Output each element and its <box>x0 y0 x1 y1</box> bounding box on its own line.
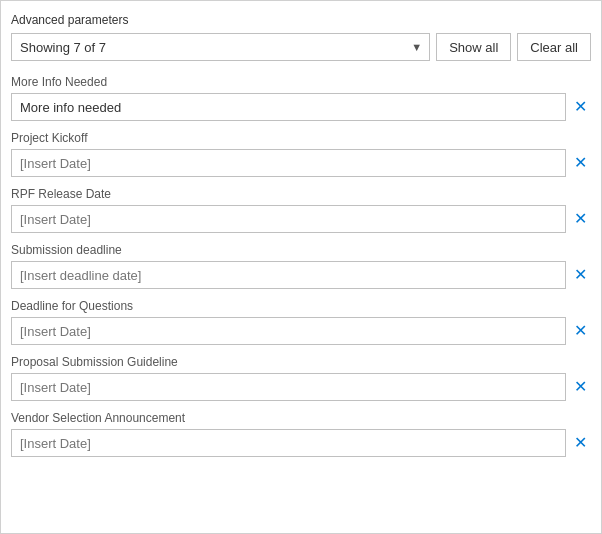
field-input-submission-deadline[interactable] <box>11 261 566 289</box>
field-group-proposal-submission-guideline: Proposal Submission Guideline✕ <box>11 355 591 401</box>
clear-all-button[interactable]: Clear all <box>517 33 591 61</box>
field-row-more-info-needed: ✕ <box>11 93 591 121</box>
field-input-deadline-for-questions[interactable] <box>11 317 566 345</box>
field-group-more-info-needed: More Info Needed✕ <box>11 75 591 121</box>
dropdown-wrapper: Showing 7 of 7 ▼ <box>11 33 430 61</box>
top-controls: Showing 7 of 7 ▼ Show all Clear all <box>11 33 591 61</box>
remove-field-button-more-info-needed[interactable]: ✕ <box>570 97 591 117</box>
field-input-vendor-selection-announcement[interactable] <box>11 429 566 457</box>
field-input-project-kickoff[interactable] <box>11 149 566 177</box>
field-input-rfp-release-date[interactable] <box>11 205 566 233</box>
field-row-proposal-submission-guideline: ✕ <box>11 373 591 401</box>
field-label-project-kickoff: Project Kickoff <box>11 131 591 145</box>
remove-field-button-project-kickoff[interactable]: ✕ <box>570 153 591 173</box>
advanced-parameters-section: Advanced parameters Showing 7 of 7 ▼ Sho… <box>11 13 591 457</box>
field-row-submission-deadline: ✕ <box>11 261 591 289</box>
field-group-submission-deadline: Submission deadline✕ <box>11 243 591 289</box>
field-input-proposal-submission-guideline[interactable] <box>11 373 566 401</box>
showing-dropdown[interactable]: Showing 7 of 7 <box>11 33 430 61</box>
fields-container: More Info Needed✕Project Kickoff✕RPF Rel… <box>11 75 591 457</box>
show-all-button[interactable]: Show all <box>436 33 511 61</box>
field-row-rfp-release-date: ✕ <box>11 205 591 233</box>
field-label-deadline-for-questions: Deadline for Questions <box>11 299 591 313</box>
field-label-vendor-selection-announcement: Vendor Selection Announcement <box>11 411 591 425</box>
field-label-more-info-needed: More Info Needed <box>11 75 591 89</box>
remove-field-button-proposal-submission-guideline[interactable]: ✕ <box>570 377 591 397</box>
field-group-deadline-for-questions: Deadline for Questions✕ <box>11 299 591 345</box>
field-row-project-kickoff: ✕ <box>11 149 591 177</box>
field-group-rfp-release-date: RPF Release Date✕ <box>11 187 591 233</box>
section-label: Advanced parameters <box>11 13 591 27</box>
field-group-vendor-selection-announcement: Vendor Selection Announcement✕ <box>11 411 591 457</box>
remove-field-button-deadline-for-questions[interactable]: ✕ <box>570 321 591 341</box>
field-label-submission-deadline: Submission deadline <box>11 243 591 257</box>
remove-field-button-rfp-release-date[interactable]: ✕ <box>570 209 591 229</box>
field-input-more-info-needed[interactable] <box>11 93 566 121</box>
remove-field-button-vendor-selection-announcement[interactable]: ✕ <box>570 433 591 453</box>
field-row-vendor-selection-announcement: ✕ <box>11 429 591 457</box>
field-group-project-kickoff: Project Kickoff✕ <box>11 131 591 177</box>
remove-field-button-submission-deadline[interactable]: ✕ <box>570 265 591 285</box>
field-row-deadline-for-questions: ✕ <box>11 317 591 345</box>
field-label-rfp-release-date: RPF Release Date <box>11 187 591 201</box>
field-label-proposal-submission-guideline: Proposal Submission Guideline <box>11 355 591 369</box>
